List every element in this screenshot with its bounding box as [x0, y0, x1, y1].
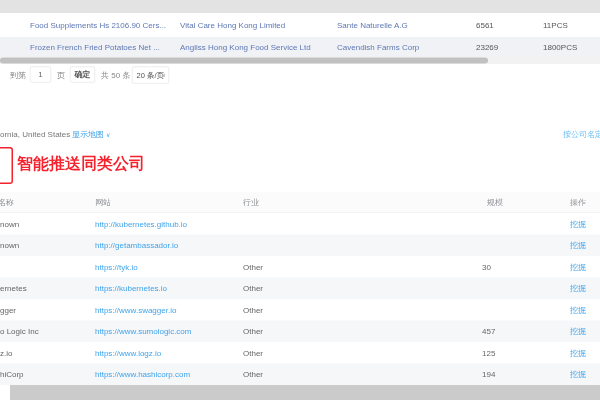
page-size-select[interactable]: 20 条/页 ∨ — [132, 67, 169, 84]
mine-link[interactable]: 挖掘 — [570, 342, 586, 364]
header-action: 操作 — [570, 192, 586, 213]
header-website: 网站 — [95, 192, 111, 213]
scale-value: 30 — [482, 256, 491, 278]
chevron-down-icon: ∨ — [162, 67, 166, 83]
company-name: nown — [0, 235, 19, 257]
industry-value: Other — [243, 299, 263, 321]
header-name: 名称 — [0, 192, 14, 213]
company-row: z.io https://www.logz.io Other 125 挖掘 — [0, 342, 600, 364]
header-industry: 行业 — [243, 192, 259, 213]
trade-table-row: Frozen French Fried Potatoes Net ... Ang… — [0, 37, 600, 57]
quantity-value: 23269 — [476, 37, 498, 57]
company-row: o Logic Inc https://www.sumologic.com Ot… — [0, 321, 600, 343]
mine-link[interactable]: 挖掘 — [570, 213, 586, 235]
industry-value: Other — [243, 342, 263, 364]
show-map-label: 显示地图 — [72, 130, 104, 139]
company-row: hiCorp https://www.hashicorp.com Other 1… — [0, 364, 600, 386]
unit-value: 1800PCS — [543, 37, 577, 57]
page-number-input[interactable] — [30, 67, 51, 83]
website-link[interactable]: https://kubernetes.io — [95, 278, 167, 300]
company-row: nown http://kubernetes.github.io 挖掘 — [0, 213, 600, 235]
company-name: z.io — [0, 342, 12, 364]
horizontal-scrollbar[interactable] — [0, 57, 600, 64]
scale-value: 457 — [482, 321, 495, 343]
company-name: ernetes — [0, 278, 27, 300]
page-unit-label: 页 — [57, 66, 65, 84]
app-window: Food Supplements Hs 2106.90 Cers... Vita… — [0, 0, 600, 400]
website-link[interactable]: https://www.sumologic.com — [95, 321, 191, 343]
mine-link[interactable]: 挖掘 — [570, 299, 586, 321]
supplier-link[interactable]: Sante Naturelle A.G — [337, 13, 408, 37]
company-name: hiCorp — [0, 364, 24, 386]
website-link[interactable]: http://getambassador.io — [95, 235, 178, 257]
industry-value: Other — [243, 364, 263, 386]
product-link[interactable]: Food Supplements Hs 2106.90 Cers... — [30, 13, 166, 37]
goto-page-label: 到第 — [10, 66, 26, 84]
website-link[interactable]: https://www.hashicorp.com — [95, 364, 190, 386]
pagination: › 到第 页 确定 共 50 条 20 条/页 ∨ — [0, 66, 600, 84]
confirm-button[interactable]: 确定 — [70, 67, 95, 83]
chevron-down-icon: ∨ — [106, 131, 110, 138]
company-name: o Logic Inc — [0, 321, 39, 343]
mine-link[interactable]: 挖掘 — [570, 364, 586, 386]
header-scale: 规模 — [487, 192, 503, 213]
company-table-header: 名称 网站 行业 规模 操作 — [0, 192, 600, 213]
company-row: https://tyk.io Other 30 挖掘 — [0, 256, 600, 278]
quantity-value: 6561 — [476, 13, 494, 37]
industry-value: Other — [243, 278, 263, 300]
mine-link[interactable]: 挖掘 — [570, 256, 586, 278]
show-map-link[interactable]: 显示地图∨ — [72, 126, 110, 143]
page: Food Supplements Hs 2106.90 Cers... Vita… — [0, 0, 600, 400]
mine-link[interactable]: 挖掘 — [570, 321, 586, 343]
industry-value: Other — [243, 321, 263, 343]
supplier-link[interactable]: Cavendish Farms Corp — [337, 37, 419, 57]
company-row: gger https://www.swagger.io Other 挖掘 — [0, 299, 600, 321]
website-link[interactable]: http://kubernetes.github.io — [95, 213, 187, 235]
company-name: gger — [0, 299, 16, 321]
buyer-link[interactable]: Angliss Hong Kong Food Service Ltd — [180, 37, 311, 57]
sort-by-company-link[interactable]: 按公司名定 — [563, 126, 600, 142]
website-link[interactable]: https://www.logz.io — [95, 342, 161, 364]
website-link[interactable]: https://tyk.io — [95, 256, 138, 278]
mine-link[interactable]: 挖掘 — [570, 278, 586, 300]
location-text: ornia, United States — [0, 126, 70, 142]
footer-bar — [10, 385, 600, 400]
company-row: nown http://getambassador.io 挖掘 — [0, 235, 600, 257]
trade-table-row: Food Supplements Hs 2106.90 Cers... Vita… — [0, 13, 600, 37]
company-row: ernetes https://kubernetes.io Other 挖掘 — [0, 278, 600, 300]
location-bar: ornia, United States 显示地图∨ 按公司名定 — [0, 126, 600, 142]
company-name: nown — [0, 213, 19, 235]
highlight-box — [0, 147, 13, 184]
product-link[interactable]: Frozen French Fried Potatoes Net ... — [30, 37, 160, 57]
section-title: 智能推送同类公司 — [17, 151, 145, 175]
industry-value: Other — [243, 256, 263, 278]
website-link[interactable]: https://www.swagger.io — [95, 299, 176, 321]
unit-value: 11PCS — [543, 13, 568, 37]
page-size-value: 20 条/页 — [137, 67, 165, 83]
table-header-strip — [0, 0, 600, 13]
scale-value: 125 — [482, 342, 495, 364]
scrollbar-thumb[interactable] — [0, 58, 488, 64]
scale-value: 194 — [482, 364, 495, 386]
mine-link[interactable]: 挖掘 — [570, 235, 586, 257]
total-count-label: 共 50 条 — [101, 66, 130, 84]
buyer-link[interactable]: Vital Care Hong Kong Limited — [180, 13, 285, 37]
